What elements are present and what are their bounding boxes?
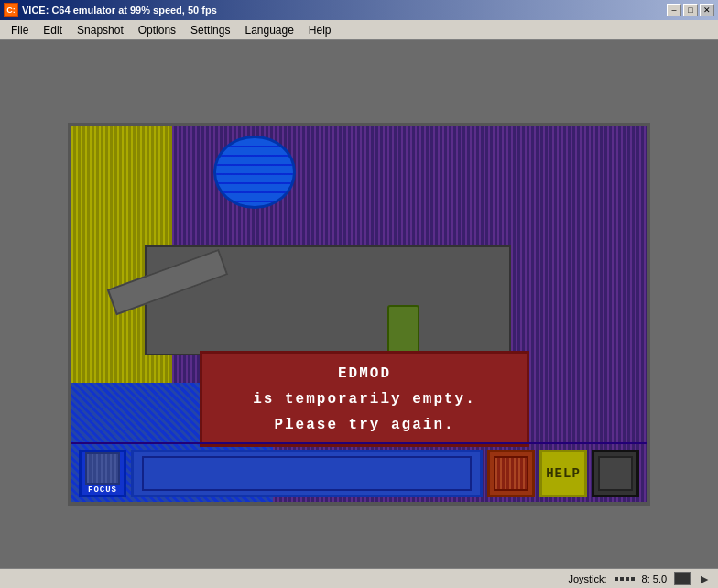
red-button-inner bbox=[494, 456, 528, 491]
status-arrow-icon: ► bbox=[698, 572, 711, 586]
globe bbox=[213, 136, 296, 209]
title-bar: C: VICE: C64 emulator at 99% speed, 50 f… bbox=[0, 0, 718, 20]
menu-bar: File Edit Snapshot Options Settings Lang… bbox=[0, 20, 718, 40]
focus-label: FOCUS bbox=[88, 485, 117, 495]
status-box bbox=[674, 572, 691, 585]
menu-file[interactable]: File bbox=[4, 22, 36, 38]
joy-dot-2 bbox=[620, 577, 624, 581]
joy-dot-1 bbox=[615, 577, 618, 581]
menu-snapshot[interactable]: Snapshot bbox=[70, 22, 131, 38]
dark-button[interactable] bbox=[592, 450, 639, 497]
globe-lines bbox=[216, 138, 293, 206]
status-bar: Joystick: 8: 5.0 ► bbox=[0, 568, 718, 588]
dialog-box: EDMOD is temporarily empty. Please try a… bbox=[200, 351, 529, 447]
joy-dot-3 bbox=[626, 577, 629, 581]
menu-edit[interactable]: Edit bbox=[36, 22, 70, 38]
title-bar-buttons: – □ ✕ bbox=[667, 4, 714, 16]
joy-dot-4 bbox=[631, 577, 635, 581]
joystick-icon bbox=[615, 577, 635, 581]
menu-language[interactable]: Language bbox=[237, 22, 300, 38]
joystick-label: Joystick: bbox=[568, 573, 606, 584]
dialog-line2: is temporarily empty. bbox=[253, 388, 476, 410]
dialog-line1: EDMOD bbox=[338, 363, 391, 385]
minimize-button[interactable]: – bbox=[667, 4, 681, 16]
menu-options[interactable]: Options bbox=[131, 22, 183, 38]
character-figure bbox=[387, 305, 419, 355]
speed-text: 8: 5.0 bbox=[642, 573, 668, 584]
scene-block-green1 bbox=[71, 502, 236, 506]
red-button[interactable] bbox=[487, 450, 535, 497]
toolbar-area: FOCUS HELP bbox=[71, 442, 647, 502]
menu-help[interactable]: Help bbox=[301, 22, 339, 38]
help-label: HELP bbox=[546, 466, 581, 481]
c64-screen: EDMOD is temporarily empty. Please try a… bbox=[68, 123, 650, 506]
wide-button[interactable] bbox=[131, 450, 483, 497]
app-icon: C: bbox=[4, 3, 18, 17]
focus-button[interactable]: FOCUS bbox=[79, 450, 126, 497]
maximize-button[interactable]: □ bbox=[683, 4, 698, 16]
focus-button-inner bbox=[85, 452, 120, 485]
menu-settings[interactable]: Settings bbox=[183, 22, 237, 38]
wide-button-inner bbox=[142, 456, 471, 491]
close-button[interactable]: ✕ bbox=[700, 4, 714, 16]
title-bar-left: C: VICE: C64 emulator at 99% speed, 50 f… bbox=[4, 3, 217, 17]
window-title: VICE: C64 emulator at 99% speed, 50 fps bbox=[22, 5, 217, 16]
main-area: EDMOD is temporarily empty. Please try a… bbox=[0, 40, 718, 588]
dialog-line3: Please try again. bbox=[274, 414, 454, 436]
dark-button-inner bbox=[598, 456, 633, 491]
help-button[interactable]: HELP bbox=[539, 450, 587, 497]
